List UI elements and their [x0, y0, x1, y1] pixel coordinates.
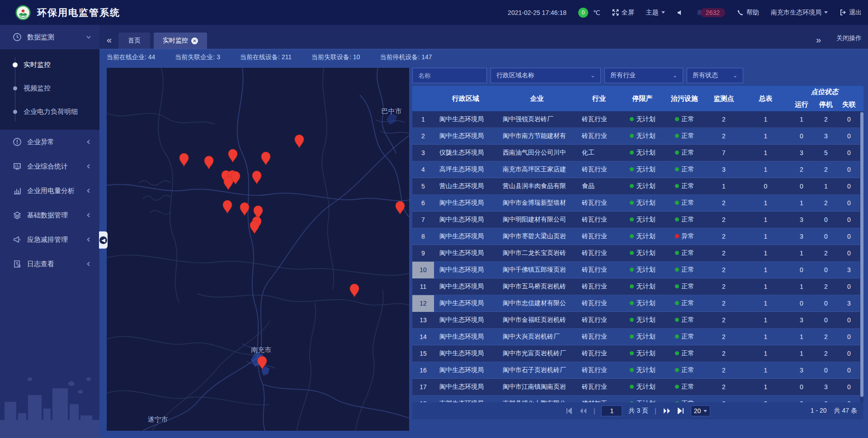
sidebar-subitem-2[interactable]: 企业电力负荷明细	[0, 100, 99, 123]
map-pin-icon[interactable]	[294, 134, 304, 150]
datetime-label: 2021-02-25 17:46:18	[508, 9, 566, 16]
table-row[interactable]: 17阆中生态环境局阆中市江南镇阆南页岩砖瓦行业无计划正常21030	[412, 379, 863, 396]
org-menu[interactable]: 南充市生态环境局	[771, 9, 828, 17]
table-row[interactable]: 7阆中生态环境局阆中明阳建材有限公司砖瓦行业无计划正常21300	[412, 212, 863, 228]
status-filter-select[interactable]: 所有状态 ⌄	[687, 68, 743, 83]
next-page-button[interactable]	[663, 408, 671, 414]
sidebar-subitem-1[interactable]: 视频监控	[0, 76, 99, 100]
industry-cell: 化工	[576, 149, 622, 157]
industry-filter-select[interactable]: 所有行业 ⌄	[604, 68, 683, 83]
meter-count-cell: 1	[742, 233, 789, 240]
last-page-button[interactable]	[677, 408, 684, 414]
table-header: 行政区域企业行业停限产治污设施监测点总表点位状态运行停机失联	[412, 86, 863, 111]
page-number-input[interactable]	[601, 405, 622, 416]
table-row[interactable]: 8阆中生态环境局阆中市枣碧大梁山页岩砖瓦行业无计划异常21300	[412, 228, 863, 245]
map-pin-icon[interactable]	[228, 149, 238, 164]
table-scrollbar[interactable]	[860, 111, 863, 403]
notification-bell[interactable]: 2632	[696, 8, 725, 17]
production-status-cell: 无计划	[622, 283, 663, 291]
industry-cell: 砖瓦行业	[576, 283, 622, 291]
sidebar-item-0[interactable]: 数据监测	[0, 25, 99, 49]
map-pin-icon[interactable]	[257, 356, 267, 371]
sidebar-item-label: 应急减排管理	[27, 235, 86, 244]
map-pin-icon[interactable]	[261, 151, 271, 167]
status-dot-icon	[630, 117, 634, 121]
offline-count-cell: 0	[838, 149, 860, 156]
table-row[interactable]: 9阆中生态环境局阆中市二龙长宝页岩砖砖瓦行业无计划正常21120	[412, 245, 863, 262]
sidebar-collapse-button[interactable]: ◀	[99, 231, 108, 249]
running-count-cell: 0	[789, 300, 814, 307]
map-pin-icon[interactable]	[250, 220, 259, 235]
status-dot-icon	[630, 151, 634, 155]
table-row[interactable]: 2阆中生态环境局阆中市南方节能建材有砖瓦行业无计划正常21030	[412, 128, 863, 145]
table-row[interactable]: 3仪陇生态环境局西南油气田分公司川中化工无计划正常71350	[412, 145, 863, 161]
industry-cell: 砖瓦行业	[576, 165, 622, 174]
facility-status-cell: 正常	[663, 249, 706, 257]
production-status-cell: 无计划	[622, 349, 663, 358]
map-pin-icon[interactable]	[222, 200, 232, 215]
close-operations-button[interactable]: 关闭操作	[836, 34, 862, 42]
first-page-button[interactable]	[566, 408, 573, 414]
help-button[interactable]: 帮助	[737, 9, 759, 17]
tab-close-icon[interactable]: ✕	[191, 38, 198, 44]
map-pin-icon[interactable]	[252, 170, 262, 186]
offline-count-cell: 0	[838, 283, 860, 290]
sidebar-item-3[interactable]: 企业用电量分析	[0, 179, 99, 203]
map-pin-icon[interactable]	[179, 153, 189, 168]
offline-count-cell: 0	[838, 367, 860, 374]
table-row[interactable]: 10阆中生态环境局阆中千佛镇五郎垭页岩砖瓦行业无计划正常21003	[412, 262, 863, 278]
table-row[interactable]: 13阆中生态环境局阆中市金福旺页岩机砖砖瓦行业无计划正常21300	[412, 312, 863, 329]
sidebar-item-4[interactable]: 基础数据管理	[0, 203, 99, 227]
map-pin-icon[interactable]	[223, 176, 233, 192]
status-dot-icon	[675, 117, 679, 121]
sidebar-item-6[interactable]: 日志查看	[0, 252, 99, 276]
chevron-down-icon	[703, 410, 707, 412]
name-filter-input[interactable]	[418, 72, 481, 79]
row-number-cell: 5	[412, 178, 434, 195]
map-pin-icon[interactable]	[395, 201, 405, 216]
table-row[interactable]: 15阆中生态环境局阆中市光富页岩机砖厂砖瓦行业无计划正常21120	[412, 345, 863, 362]
region-cell: 阆中生态环境局	[434, 132, 497, 140]
logout-button[interactable]: 退出	[840, 9, 862, 17]
table-row[interactable]: 12阆中生态环境局阆中市忠信建材有限公砖瓦行业无计划正常21003	[412, 295, 863, 312]
volume-icon[interactable]	[677, 9, 684, 16]
stat-item-2: 当前在线设备: 211	[240, 53, 292, 61]
map-pin-icon[interactable]	[240, 202, 250, 217]
tab-realtime-monitor[interactable]: 实时监控 ✕	[154, 33, 207, 49]
table-row[interactable]: 1阆中生态环境局阆中强锐页岩砖厂砖瓦行业无计划正常21120	[412, 111, 863, 128]
sidebar-item-2[interactable]: 企业综合统计	[0, 154, 99, 179]
region-cell: 阆中生态环境局	[434, 249, 497, 257]
table-row[interactable]: 16阆中生态环境局阆中市石子页岩机砖厂砖瓦行业无计划正常21300	[412, 362, 863, 379]
chevron-left-icon	[86, 164, 91, 169]
running-count-cell: 0	[789, 383, 814, 391]
table-row[interactable]: 18南部生态环境局南部县砚化土陶有限公建材加工无计划正常60060	[412, 396, 863, 403]
theme-menu[interactable]: 主题	[646, 9, 665, 17]
facility-status-cell: 正常	[663, 199, 706, 207]
region-filter-select[interactable]: 行政区域名称 ⌄	[491, 68, 601, 83]
fullscreen-button[interactable]: 全屏	[612, 9, 634, 17]
table-row[interactable]: 4高坪生态环境局南充市高坪区王家店建砖瓦行业无计划正常31220	[412, 161, 863, 178]
map-pin-icon[interactable]	[204, 155, 214, 171]
map-panel[interactable]: 巴中市南充市遂宁市	[107, 68, 409, 431]
monitor-count-cell: 7	[706, 149, 742, 156]
page-size-select[interactable]: 20	[691, 405, 711, 416]
tab-home[interactable]: 首页	[118, 33, 150, 49]
tabs-scroll-right-button[interactable]: »	[816, 35, 821, 45]
scrollbar-thumb[interactable]	[860, 112, 863, 397]
table-row[interactable]: 14阆中生态环境局阆中大兴页岩机砖厂砖瓦行业无计划正常21120	[412, 329, 863, 345]
table-row[interactable]: 5营山生态环境局营山县润丰肉食品有限食品无计划正常10010	[412, 178, 863, 195]
column-header: 治污设施	[663, 86, 706, 111]
previous-page-button[interactable]	[579, 408, 587, 414]
group-header-label: 点位状态	[789, 86, 860, 98]
tabs-scroll-left-button[interactable]: «	[107, 35, 112, 45]
sidebar-subitem-0[interactable]: 实时监控	[0, 53, 99, 76]
meter-count-cell: 1	[742, 367, 789, 374]
table-row[interactable]: 6阆中生态环境局阆中市金博瑞新型墙材砖瓦行业无计划正常21120	[412, 195, 863, 212]
map-pin-icon[interactable]	[349, 283, 359, 299]
table-row[interactable]: 11阆中生态环境局阆中市五马桥页岩机砖砖瓦行业无计划正常21120	[412, 278, 863, 295]
offline-count-cell: 3	[838, 266, 860, 273]
sidebar-item-label: 数据监测	[27, 33, 86, 42]
status-dot-icon	[675, 201, 679, 205]
sidebar-item-5[interactable]: 应急减排管理	[0, 227, 99, 252]
sidebar-item-1[interactable]: 企业异常	[0, 130, 99, 154]
